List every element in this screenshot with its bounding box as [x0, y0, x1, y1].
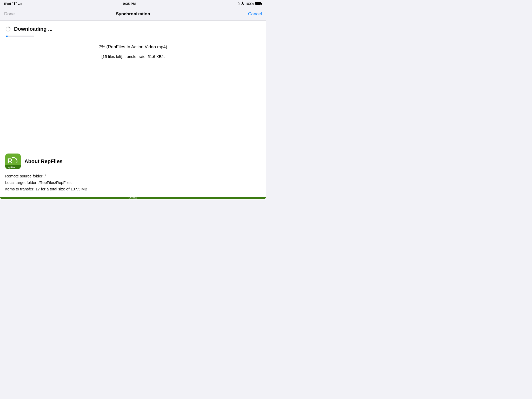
nav-title: Synchronization — [22, 11, 244, 17]
about-header: R repfiles LIGHTING LIGHTING About RepFi… — [5, 154, 261, 169]
svg-marker-4 — [241, 2, 244, 5]
downloading-label: Downloading ... — [14, 26, 52, 32]
status-right: ☽ 100% — [237, 2, 262, 6]
signal-dots-icon — [18, 2, 22, 6]
file-name: 7% (RepFiles In Action Video.mp4) — [5, 44, 261, 50]
spinner-icon — [5, 26, 11, 32]
svg-text:R: R — [7, 157, 12, 165]
file-info: 7% (RepFiles In Action Video.mp4) [15 fi… — [5, 44, 261, 59]
location-icon — [241, 2, 244, 6]
status-bar: iPad 9:35 PM ☽ — [0, 0, 266, 7]
moon-icon: ☽ — [237, 2, 240, 6]
downloading-header: Downloading ... — [5, 26, 261, 32]
svg-text:repfiles: repfiles — [7, 166, 15, 169]
items-to-transfer: Items to transfer: 17 for a total size o… — [5, 187, 261, 191]
svg-rect-2 — [19, 4, 20, 5]
svg-point-1 — [18, 4, 19, 5]
cancel-button[interactable]: Cancel — [244, 11, 262, 17]
app-icon: R repfiles LIGHTING LIGHTING — [5, 154, 21, 169]
local-target: Local target folder: /RepFiles/RepFiles — [5, 180, 261, 185]
device-label: iPad — [4, 2, 11, 6]
done-button[interactable]: Done — [4, 11, 22, 17]
svg-point-0 — [14, 4, 15, 5]
remote-source: Remote source folder: / — [5, 174, 261, 178]
status-left: iPad — [4, 2, 22, 6]
transfer-info: [15 files left], transfer rate: 51.6 KB/… — [5, 54, 261, 59]
about-section: R repfiles LIGHTING LIGHTING About RepFi… — [0, 148, 266, 200]
progress-bar-container — [6, 36, 34, 37]
battery-percent: 100% — [245, 2, 254, 6]
progress-bar-fill — [6, 36, 8, 37]
page-wrapper: iPad 9:35 PM ☽ — [0, 0, 266, 200]
about-title: About RepFiles — [24, 158, 63, 164]
svg-rect-3 — [21, 3, 22, 5]
nav-bar: Done Synchronization Cancel — [0, 7, 266, 21]
status-time: 9:35 PM — [123, 2, 136, 6]
battery-icon — [255, 2, 262, 5]
wifi-icon — [12, 2, 17, 6]
